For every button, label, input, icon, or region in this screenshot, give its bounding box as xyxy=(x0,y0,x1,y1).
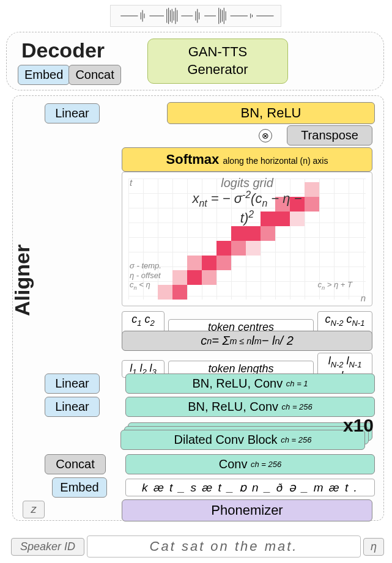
gan-tts-line2: Generator xyxy=(187,61,248,79)
input-text: Cat sat on the mat. xyxy=(87,535,361,557)
logits-title: logits grid xyxy=(122,176,372,190)
ch-1: ch = 1 xyxy=(286,379,308,388)
logits-grid: t logits grid xnt = − σ-2(cn − η −t)2 σ … xyxy=(122,172,372,306)
eta-note: η - offset xyxy=(130,271,161,280)
ch-256a: ch = 256 xyxy=(282,402,312,411)
multiply-icon: ⊗ xyxy=(259,129,272,142)
transpose-block: Transpose xyxy=(287,125,372,145)
dilated-label: Dilated Conv Block xyxy=(174,433,278,447)
z-input: z xyxy=(23,501,45,518)
waveform-output xyxy=(110,5,281,27)
softmax-note: along the horizontal (n) axis xyxy=(223,156,328,166)
phoneme-row: k æ t _ s æ t _ ɒ n _ ð ə _ m æ t . xyxy=(125,479,375,496)
eta-input: η xyxy=(363,538,384,556)
bn-relu-block: BN, ReLU xyxy=(167,102,375,124)
sigma-note: σ - temp. xyxy=(130,261,161,270)
softmax-block: Softmax along the horizontal (n) axis xyxy=(122,147,372,172)
x10-label: x10 xyxy=(343,415,374,436)
conv-block: Conv ch = 256 xyxy=(125,454,375,474)
ch-256b: ch = 256 xyxy=(281,435,311,444)
speaker-id-input: Speaker ID xyxy=(11,538,84,556)
bn-relu-conv-256-label: BN, ReLU, Conv xyxy=(188,400,278,414)
linear-top: Linear xyxy=(45,103,100,123)
logits-formula: xnt = − σ-2(cn − η −t)2 xyxy=(122,190,372,226)
decoder-title: Decoder xyxy=(21,39,105,62)
bn-relu-conv-1-label: BN, ReLU, Conv xyxy=(192,377,283,391)
bn-relu-conv-256: BN, ReLU, Conv ch = 256 xyxy=(125,397,375,417)
ch-256c: ch = 256 xyxy=(251,460,281,469)
cn-lt: cn < η xyxy=(130,280,150,291)
aligner-concat: Concat xyxy=(45,454,106,474)
aligner-container: Aligner Linear BN, ReLU ⊗ Transpose Soft… xyxy=(12,95,384,521)
linear-block-2: Linear xyxy=(45,397,100,417)
dilated-conv-block: Dilated Conv Block ch = 256 xyxy=(120,430,365,450)
gan-tts-generator-block: GAN-TTS Generator xyxy=(147,39,288,84)
softmax-label: Softmax xyxy=(166,152,220,167)
aligner-title: Aligner xyxy=(10,245,34,316)
phonemizer-block: Phonemizer xyxy=(122,499,372,521)
aligner-embed: Embed xyxy=(52,477,107,498)
gan-tts-line1: GAN-TTS xyxy=(188,43,248,61)
cn-gt: cn > η + T xyxy=(318,280,353,291)
bn-relu-conv-1: BN, ReLU, Conv ch = 1 xyxy=(125,373,375,394)
waveform-icon xyxy=(111,6,281,26)
conv-label: Conv xyxy=(219,457,248,471)
decoder-embed-block: Embed xyxy=(18,65,70,85)
linear-block-1: Linear xyxy=(45,373,100,394)
cn-formula: cn = Σm ≤ n lm − ln / 2 xyxy=(122,331,372,351)
n-axis-label: n xyxy=(361,293,366,303)
decoder-concat-block: Concat xyxy=(68,65,120,85)
decoder-container: Decoder GAN-TTS Generator Embed Concat xyxy=(6,32,384,90)
